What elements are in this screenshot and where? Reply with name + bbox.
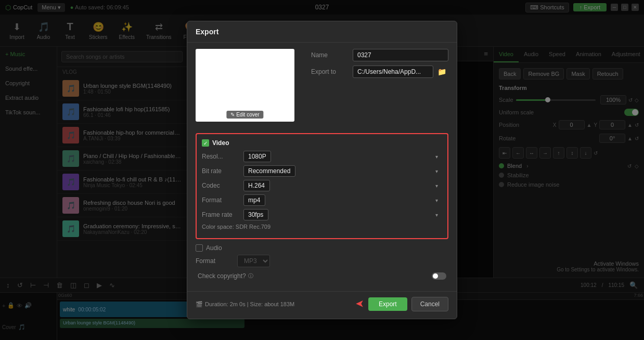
audio-section-label: Audio bbox=[206, 244, 222, 252]
framerate-select-wrapper: 30fps 24fps 60fps bbox=[243, 209, 442, 220]
video-section-header: ✓ Video bbox=[202, 139, 442, 147]
name-label: Name bbox=[311, 51, 353, 59]
framerate-select[interactable]: 30fps 24fps 60fps bbox=[243, 209, 268, 220]
copyright-info-icon[interactable]: ⓘ bbox=[248, 272, 253, 280]
copyright-row: Check copyright? ⓘ bbox=[196, 272, 448, 280]
resolution-row: Resol... 1080P 720P 4K bbox=[202, 151, 442, 162]
modal-footer: 🎬 Duration: 2m 0s | Size: about 183M ➤ E… bbox=[187, 291, 457, 319]
format-select-wrapper: mp4 mov avi bbox=[243, 194, 442, 206]
export-to-row: Export to C:/Users/Neha/AppD... 📁 bbox=[311, 66, 448, 78]
audio-checkbox[interactable] bbox=[196, 244, 203, 252]
audio-section: Audio Format MP3 bbox=[196, 244, 448, 267]
name-row: Name bbox=[311, 49, 448, 61]
copyright-toggle[interactable] bbox=[432, 272, 446, 280]
colorspace-text: Color space: SDR Rec.709 bbox=[202, 224, 271, 230]
bitrate-row: Bit rate Recommended Low High bbox=[202, 165, 442, 177]
codec-select-wrapper: H.264 H.265 bbox=[243, 180, 442, 191]
format-row: Format mp4 mov avi bbox=[202, 194, 442, 206]
file-icon: 🎬 bbox=[196, 301, 203, 308]
modal-header: Export bbox=[187, 21, 457, 43]
codec-row: Codec H.264 H.265 bbox=[202, 180, 442, 191]
bitrate-label: Bit rate bbox=[202, 167, 243, 175]
audio-format-label: Format bbox=[196, 257, 237, 265]
codec-select[interactable]: H.264 H.265 bbox=[243, 180, 270, 191]
resolution-select[interactable]: 1080P 720P 4K bbox=[243, 151, 271, 162]
export-fields: Name Export to C:/Users/Neha/AppD... 📁 bbox=[311, 49, 448, 128]
export-modal: Export ✎ Edit cover Name Export to C:/Us… bbox=[187, 21, 457, 319]
resolution-select-wrapper: 1080P 720P 4K bbox=[243, 151, 442, 162]
footer-info: 🎬 Duration: 2m 0s | Size: about 183M bbox=[196, 301, 294, 308]
codec-label: Codec bbox=[202, 182, 243, 189]
cancel-modal-button[interactable]: Cancel bbox=[411, 297, 448, 311]
edit-cover-badge[interactable]: ✎ Edit cover bbox=[226, 111, 263, 119]
browse-button[interactable]: 📁 bbox=[435, 67, 448, 77]
copyright-label: Check copyright? ⓘ bbox=[198, 272, 253, 280]
audio-format-row: Format MP3 bbox=[196, 255, 448, 267]
export-to-label: Export to bbox=[311, 68, 353, 75]
colorspace-row: Color space: SDR Rec.709 bbox=[202, 224, 442, 230]
audio-format-select[interactable]: MP3 bbox=[237, 255, 270, 267]
audio-section-header: Audio bbox=[196, 244, 448, 252]
footer-buttons: ➤ Export Cancel bbox=[355, 297, 448, 311]
export-path: C:/Users/Neha/AppD... bbox=[353, 66, 433, 78]
modal-overlay: Export ✎ Edit cover Name Export to C:/Us… bbox=[0, 0, 644, 340]
format-select[interactable]: mp4 mov avi bbox=[243, 194, 265, 206]
export-modal-button[interactable]: Export bbox=[368, 297, 407, 311]
name-input[interactable] bbox=[353, 49, 448, 61]
video-checkbox[interactable]: ✓ bbox=[202, 139, 209, 147]
format-label: Format bbox=[202, 197, 243, 204]
export-thumbnail: ✎ Edit cover bbox=[196, 49, 294, 122]
modal-body: ✎ Edit cover Name Export to C:/Users/Neh… bbox=[187, 43, 457, 291]
bitrate-select[interactable]: Recommended Low High bbox=[243, 165, 295, 177]
duration-size: Duration: 2m 0s | Size: about 183M bbox=[205, 301, 294, 307]
framerate-row: Frame rate 30fps 24fps 60fps bbox=[202, 209, 442, 220]
framerate-label: Frame rate bbox=[202, 211, 243, 218]
resolution-label: Resol... bbox=[202, 153, 243, 160]
arrow-indicator: ➤ bbox=[355, 298, 364, 310]
bitrate-select-wrapper: Recommended Low High bbox=[243, 165, 442, 177]
video-section: ✓ Video Resol... 1080P 720P 4K Bit rate bbox=[196, 133, 448, 239]
video-section-label: Video bbox=[212, 139, 229, 147]
